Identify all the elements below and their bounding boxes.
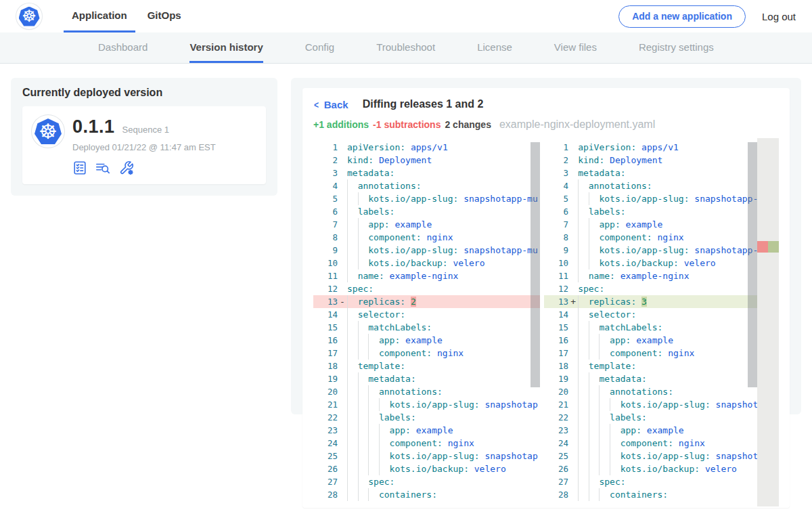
diff-line: 14selector: (313, 308, 540, 321)
diff-line: 23app: example (544, 424, 779, 437)
diff-line: 17component: nginx (313, 347, 540, 360)
version-number: 0.1.1 (72, 116, 115, 137)
diff-line: 24component: nginx (313, 437, 540, 450)
diff-line: 27spec: (544, 475, 779, 488)
diff-line: 5kots.io/app-slug: snapshotapp-mu (544, 192, 779, 205)
additions-count: +1 additions (313, 119, 369, 130)
diff-line: 4annotations: (544, 179, 779, 192)
diff-line: 20annotations: (313, 385, 540, 398)
subtractions-count: -1 subtractions (373, 119, 441, 130)
currently-deployed-card: Currently deployed version ☸ 0.1.1 Seque… (11, 78, 277, 196)
deployed-version-card: ☸ 0.1.1 Sequence 1 Deployed 01/21/22 @ 1… (22, 106, 266, 184)
left-pane-scrollbar[interactable] (531, 142, 540, 387)
diff-stats: +1 additions -1 subtractions 2 changes e… (313, 118, 779, 131)
top-navbar: ☸ Application GitOps Add a new applicati… (0, 0, 812, 32)
diff-line: 10kots.io/backup: velero (544, 257, 779, 269)
version-history-panel: < Back Diffing releases 1 and 2 +1 addit… (291, 78, 801, 414)
preflight-checks-icon[interactable] (72, 160, 87, 175)
diff-line: 12spec: (313, 282, 540, 295)
subnav-license[interactable]: License (477, 32, 512, 63)
diff-line: 6labels: (313, 205, 540, 218)
subnav-view-files[interactable]: View files (554, 32, 597, 63)
diff-line: 21kots.io/app-slug: snapshotap (313, 398, 540, 411)
app-subnav: Dashboard Version history Config Trouble… (0, 32, 812, 64)
deployed-timestamp: Deployed 01/21/22 @ 11:47 am EST (72, 142, 216, 152)
diff-editor: 1apiVersion: apps/v12kind: Deployment3me… (313, 138, 779, 506)
deploy-logs-icon[interactable] (95, 160, 111, 175)
diff-line: 20annotations: (544, 385, 779, 398)
diff-line: 7app: example (313, 218, 540, 231)
diff-line: 1apiVersion: apps/v1 (544, 141, 779, 154)
add-application-button[interactable]: Add a new application (618, 5, 746, 28)
diff-line: 15matchLabels: (313, 321, 540, 334)
diff-line: 19metadata: (313, 372, 540, 385)
kubernetes-logo-icon: ☸ (16, 3, 42, 29)
changes-count: 2 changes (445, 119, 491, 130)
back-chevron-icon: < (314, 99, 319, 110)
diff-line: 9kots.io/app-slug: snapshotapp-mu (544, 244, 779, 257)
diff-line: 25kots.io/app-slug: snapshotap (313, 450, 540, 462)
diff-line: 17component: nginx (544, 347, 779, 360)
ruler-addition-marker (768, 241, 779, 253)
diff-line: 5kots.io/app-slug: snapshotapp-mu (313, 192, 540, 205)
logout-link[interactable]: Log out (762, 11, 796, 22)
top-tabs: Application GitOps (64, 0, 189, 32)
tab-gitops[interactable]: GitOps (139, 0, 189, 32)
back-link[interactable]: < Back (313, 99, 348, 110)
diff-line: 26kots.io/backup: velero (313, 462, 540, 475)
diff-line: 8component: nginx (313, 231, 540, 244)
diff-line: 27spec: (313, 475, 540, 488)
diff-line: 10kots.io/backup: velero (313, 257, 540, 269)
diff-line: 8component: nginx (544, 231, 779, 244)
subnav-troubleshoot[interactable]: Troubleshoot (376, 32, 435, 63)
diff-line: 2kind: Deployment (544, 154, 779, 167)
subnav-registry-settings[interactable]: Registry settings (639, 32, 714, 63)
diff-line: 26kots.io/backup: velero (544, 462, 779, 475)
diff-line: 22labels: (544, 411, 779, 424)
diff-line: 11name: example-nginx (544, 269, 779, 282)
diff-line: 15matchLabels: (544, 321, 779, 334)
diff-line: 19metadata: (544, 372, 779, 385)
diff-line: 9kots.io/app-slug: snapshotapp-mu (313, 244, 540, 257)
diff-line: 18template: (313, 360, 540, 372)
diff-line: 21kots.io/app-slug: snapshotap (544, 398, 779, 411)
diff-line: 3metadata: (313, 167, 540, 179)
diff-line: 13-replicas: 2 (313, 295, 540, 308)
right-pane-scrollbar[interactable] (748, 142, 757, 387)
tab-application[interactable]: Application (64, 0, 135, 32)
diff-line: 1apiVersion: apps/v1 (313, 141, 540, 154)
diff-line: 14selector: (544, 308, 779, 321)
app-brand: ☸ (16, 0, 42, 32)
diff-pane-original[interactable]: 1apiVersion: apps/v12kind: Deployment3me… (313, 138, 540, 506)
diff-line: 18template: (544, 360, 779, 372)
diff-line: 23app: example (313, 424, 540, 437)
diff-filename: example-nginx-deployment.yaml (499, 118, 655, 131)
diff-line: 25kots.io/app-slug: snapshotap (544, 450, 779, 462)
diff-line: 16app: example (313, 334, 540, 347)
sequence-label: Sequence 1 (122, 125, 169, 135)
diff-pane-modified[interactable]: 1apiVersion: apps/v12kind: Deployment3me… (544, 138, 779, 506)
subnav-version-history[interactable]: Version history (189, 32, 263, 63)
diff-line: 7app: example (544, 218, 779, 231)
diff-overview-ruler[interactable] (757, 138, 779, 506)
diff-line: 16app: example (544, 334, 779, 347)
diff-line: 3metadata: (544, 167, 779, 179)
diff-line: 11name: example-nginx (313, 269, 540, 282)
diff-line: 28containers: (313, 488, 540, 501)
diff-card: < Back Diffing releases 1 and 2 +1 addit… (302, 88, 790, 508)
diff-line: 2kind: Deployment (313, 154, 540, 167)
subnav-dashboard[interactable]: Dashboard (98, 32, 148, 63)
diff-line: 12spec: (544, 282, 779, 295)
diff-line: 24component: nginx (544, 437, 779, 450)
app-logo-icon: ☸ (32, 115, 64, 148)
diff-line: 22labels: (313, 411, 540, 424)
diff-line: 6labels: (544, 205, 779, 218)
configure-icon[interactable] (118, 160, 135, 175)
diff-line: 13+replicas: 3 (544, 295, 779, 308)
deployed-card-title: Currently deployed version (22, 87, 266, 99)
diff-title: Diffing releases 1 and 2 (363, 98, 484, 110)
diff-line: 4annotations: (313, 179, 540, 192)
subnav-config[interactable]: Config (305, 32, 334, 63)
ruler-deletion-marker (757, 241, 768, 253)
diff-line: 28containers: (544, 488, 779, 501)
